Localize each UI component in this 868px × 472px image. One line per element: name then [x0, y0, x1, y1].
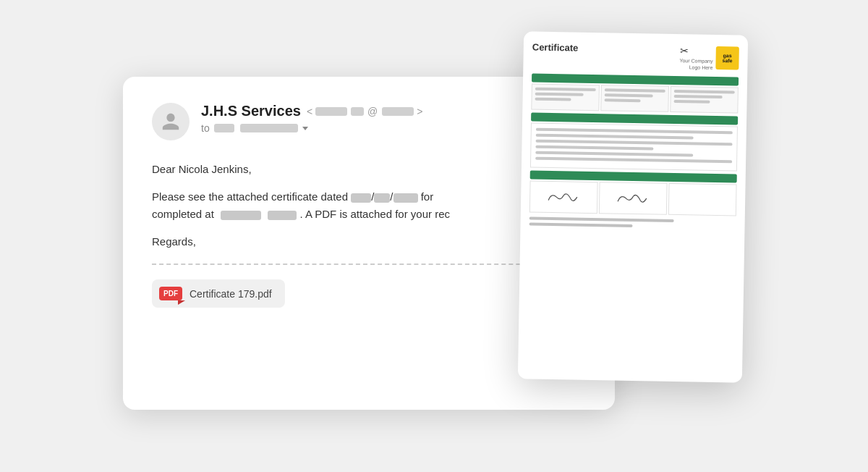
cert-sig-grid [529, 181, 737, 216]
cert-cell-2 [600, 85, 669, 112]
gas-safe-line2: safe [722, 58, 732, 63]
tools-icon: ✂ [680, 45, 689, 56]
cert-title: Certificate [532, 42, 579, 54]
certificate-card: Certificate ✂ Your Company Logo Here gas… [518, 31, 748, 382]
cert-sig-cell-2 [599, 182, 668, 215]
location-redacted1 [221, 211, 261, 220]
cert-grid-1 [531, 84, 739, 114]
signature-1 [545, 187, 582, 208]
to-name-pill [214, 124, 308, 132]
cert-sig-cell-1 [529, 181, 598, 214]
cert-sig-cell-3 [668, 183, 737, 216]
company-logo-text: Your Company Logo Here [679, 57, 712, 71]
pdf-icon: PDF [159, 287, 182, 300]
to-name-redacted1 [214, 124, 234, 132]
cert-footer [529, 217, 736, 229]
email-header: J.H.S Services < @ > to [152, 103, 586, 140]
attachment-name: Certificate 179.pdf [190, 288, 272, 300]
to-name-redacted2 [240, 124, 298, 132]
cert-header: Certificate ✂ Your Company Logo Here gas… [532, 42, 739, 72]
location-redacted2 [268, 211, 297, 220]
date-redacted3 [393, 193, 418, 203]
avatar [152, 103, 190, 140]
cert-cell-3 [670, 86, 739, 114]
attachment[interactable]: PDF Certificate 179.pdf [152, 279, 285, 308]
angle-close: > [417, 106, 422, 117]
email-address: < @ > [307, 106, 423, 117]
cert-logo-area: ✂ Your Company Logo Here gas safe [679, 44, 739, 72]
sender-name: J.H.S Services [201, 103, 301, 119]
to-label: to [201, 122, 210, 134]
email-domain-redacted [382, 107, 414, 116]
company-logo-placeholder: ✂ Your Company Logo Here [679, 44, 713, 71]
dropdown-arrow-icon[interactable] [302, 127, 308, 130]
cert-cell-1 [531, 84, 600, 111]
email-user-redacted2 [351, 107, 364, 116]
cert-wide-section [530, 123, 738, 172]
email-user-redacted [315, 107, 347, 116]
date-redacted1 [351, 193, 371, 203]
gas-safe-badge: gas safe [715, 46, 739, 70]
angle-open: < [307, 106, 312, 117]
signature-2 [615, 188, 651, 209]
date-redacted2 [374, 193, 390, 203]
at-symbol: @ [367, 106, 378, 117]
